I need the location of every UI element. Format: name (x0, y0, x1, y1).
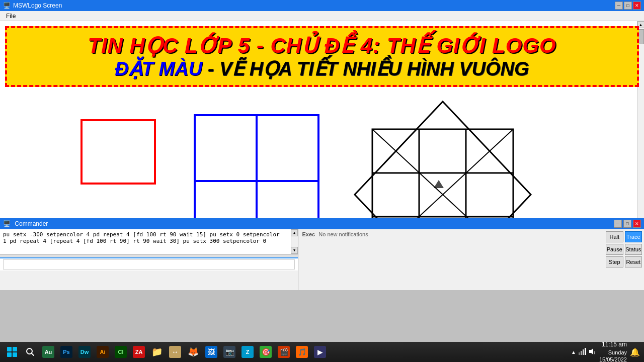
commander-title: Commander (15, 220, 48, 227)
search-button[interactable] (22, 344, 38, 360)
banner-black-text: VẼ HỌA TIẾT NHIỀU HÌNH VUÔNG (219, 58, 529, 79)
title-bar-controls: ─ □ ✕ (615, 2, 641, 10)
cmd-status-text: No new notifications (318, 231, 368, 237)
taskbar-app-zalo[interactable]: Z (239, 344, 256, 360)
win-logo-q3 (7, 352, 12, 357)
notification-icon[interactable]: 🔔 (630, 347, 640, 357)
commander-titlebar-right: ─ □ ✕ (614, 220, 641, 228)
taskbar-app-za[interactable]: ZA (131, 344, 147, 360)
banner-sep: - (202, 58, 219, 79)
banner-line2: ĐẶT MÀU - VẼ HỌA TIẾT NHIỀU HÌNH VUÔNG (17, 58, 627, 80)
clock-day: Sunday (599, 349, 627, 356)
taskbar-app-firefox[interactable]: 🦊 (185, 344, 201, 360)
cmd-input-line (0, 257, 298, 270)
title-bar-left: 🖥️ MSWLogo Screen (3, 2, 62, 9)
taskbar-app-music[interactable]: 🎵 (294, 344, 310, 360)
pause-button[interactable]: Pause (606, 244, 623, 255)
tray-volume: ) (588, 347, 596, 357)
tray-arrow[interactable]: ▲ (571, 349, 576, 355)
clock[interactable]: 11:15 am Sunday 15/05/2022 (599, 341, 627, 362)
red-square (80, 119, 156, 185)
clock-time: 11:15 am (599, 341, 627, 349)
canvas-area: TIN HỌC LỚP 5 - CHỦ ĐỀ 4: THẾ GIỚI LOGO … (0, 21, 644, 290)
taskbar-app-cam[interactable]: 📷 (221, 344, 237, 360)
cmd-scroll-up[interactable]: ▲ (291, 229, 298, 236)
cmd-command-text: pu setx -300 setpencolor 4 pd repeat 4 [… (3, 231, 295, 244)
win-logo-q1 (7, 347, 12, 351)
taskbar-apps: Au Ps Dw Ai Cl ZA 📁 ↔ 🦊 🖼 📷 (40, 344, 328, 360)
taskbar: Au Ps Dw Ai Cl ZA 📁 ↔ 🦊 🖼 📷 (0, 342, 644, 362)
taskbar-app-transfer[interactable]: ↔ (167, 344, 183, 360)
commander-icon: 🖥️ (3, 220, 11, 227)
status-button[interactable]: Status (625, 244, 642, 255)
banner-blue-text: ĐẶT MÀU (115, 58, 202, 79)
commander-body: pu setx -300 setpencolor 4 pd repeat 4 [… (0, 229, 644, 290)
svg-text:): ) (594, 350, 595, 354)
cmd-scrollbar[interactable]: ▲ ▼ (291, 229, 298, 254)
taskbar-app-au[interactable]: Au (40, 344, 56, 360)
win-logo-q4 (13, 352, 17, 357)
cmd-exec-label: Exec (302, 231, 315, 237)
clock-date: 15/05/2022 (599, 356, 627, 362)
cmd-text-area: pu setx -300 setpencolor 4 pd repeat 4 [… (0, 229, 298, 290)
taskbar-right: ▲ ) 11:15 am Sunday 15/05/2022 🔔 (571, 341, 640, 362)
commander-panel: 🖥️ Commander ─ □ ✕ pu setx -300 setpenco… (0, 218, 644, 290)
svg-marker-14 (589, 348, 593, 354)
win-logo-q2 (13, 347, 17, 351)
cmd-scroll-down[interactable]: ▼ (291, 247, 298, 254)
minimize-button[interactable]: ─ (615, 2, 623, 10)
banner-line1: TIN HỌC LỚP 5 - CHỦ ĐỀ 4: THẾ GIỚI LOGO (17, 33, 627, 58)
reset-button[interactable]: Reset (625, 256, 642, 267)
search-icon (26, 347, 35, 356)
maximize-button[interactable]: □ (624, 2, 632, 10)
turtle-cursor (434, 180, 444, 188)
commander-close[interactable]: ✕ (633, 220, 641, 228)
taskbar-app-play[interactable]: ▶ (312, 344, 328, 360)
system-tray: ▲ ) (571, 347, 596, 357)
taskbar-app-g1[interactable]: 🎯 (258, 344, 274, 360)
svg-rect-11 (581, 351, 582, 355)
halt-button[interactable]: Halt (606, 231, 623, 242)
menu-bar: File (0, 11, 644, 21)
taskbar-app-photo[interactable]: 🖼 (203, 344, 219, 360)
start-button[interactable] (4, 344, 20, 360)
taskbar-app-ai[interactable]: Ai (95, 344, 111, 360)
svg-line-9 (32, 353, 34, 356)
svg-rect-10 (579, 352, 580, 355)
commander-title-left: 🖥️ Commander (3, 220, 48, 227)
svg-rect-12 (583, 349, 584, 355)
taskbar-app-clip[interactable]: Cl (113, 344, 129, 360)
trace-button[interactable]: Trace (625, 231, 642, 242)
commander-maximize[interactable]: □ (623, 220, 631, 228)
banner: TIN HỌC LỚP 5 - CHỦ ĐỀ 4: THẾ GIỚI LOGO … (5, 26, 639, 87)
windows-logo (7, 347, 17, 357)
taskbar-app-folder[interactable]: 📁 (149, 344, 165, 360)
menu-file[interactable]: File (2, 11, 20, 21)
taskbar-app-dw[interactable]: Dw (76, 344, 93, 360)
tray-network (578, 347, 586, 357)
app-title: MSWLogo Screen (13, 2, 62, 9)
cmd-command-display: pu setx -300 setpencolor 4 pd repeat 4 [… (0, 229, 298, 254)
cmd-input-field[interactable] (3, 259, 295, 269)
taskbar-app-g2[interactable]: 🎬 (276, 344, 292, 360)
title-bar: 🖥️ MSWLogo Screen ─ □ ✕ (0, 0, 644, 11)
svg-rect-13 (585, 348, 586, 355)
close-button[interactable]: ✕ (633, 2, 641, 10)
step-button[interactable]: Step (606, 256, 623, 267)
app-icon: 🖥️ (3, 2, 11, 9)
cmd-status-area: Exec No new notifications (298, 229, 604, 290)
commander-titlebar: 🖥️ Commander ─ □ ✕ (0, 218, 644, 229)
cmd-buttons: Halt Trace Pause Status Step Reset (604, 229, 644, 290)
taskbar-app-ps[interactable]: Ps (58, 344, 74, 360)
commander-minimize[interactable]: ─ (614, 220, 622, 228)
